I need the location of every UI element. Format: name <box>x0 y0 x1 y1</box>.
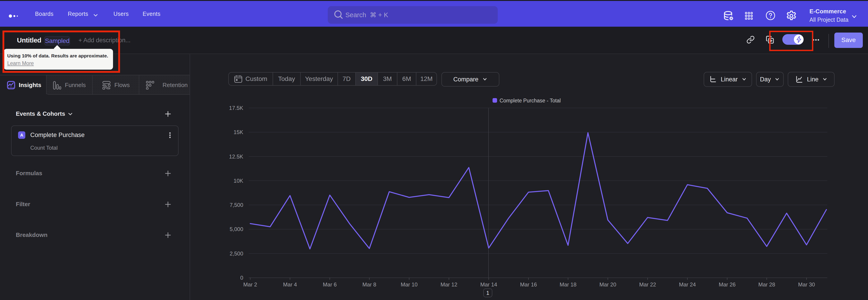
svg-text:Mar 18: Mar 18 <box>560 281 577 288</box>
svg-text:Mar 12: Mar 12 <box>440 281 458 288</box>
svg-text:12.5K: 12.5K <box>229 153 243 160</box>
svg-text:Mar 4: Mar 4 <box>283 281 297 288</box>
svg-text:Mar 10: Mar 10 <box>401 281 418 288</box>
svg-text:5,000: 5,000 <box>230 226 243 232</box>
svg-text:Mar 6: Mar 6 <box>323 281 337 288</box>
svg-text:2,500: 2,500 <box>230 250 243 257</box>
svg-text:Mar 16: Mar 16 <box>520 281 537 288</box>
svg-text:7,500: 7,500 <box>230 202 243 208</box>
svg-text:15K: 15K <box>234 129 243 135</box>
svg-text:Mar 14: Mar 14 <box>480 281 497 288</box>
svg-text:0: 0 <box>240 275 243 281</box>
svg-text:Mar 24: Mar 24 <box>679 281 696 288</box>
svg-text:Mar 20: Mar 20 <box>599 281 616 288</box>
svg-text:Mar 28: Mar 28 <box>758 281 775 288</box>
svg-text:Mar 22: Mar 22 <box>639 281 656 288</box>
svg-text:Mar 8: Mar 8 <box>362 281 376 288</box>
svg-text:17.5K: 17.5K <box>229 105 243 111</box>
svg-text:Mar 26: Mar 26 <box>719 281 736 288</box>
svg-text:Mar 2: Mar 2 <box>243 281 257 288</box>
svg-text:Mar 30: Mar 30 <box>798 281 815 288</box>
svg-text:10K: 10K <box>234 178 243 184</box>
